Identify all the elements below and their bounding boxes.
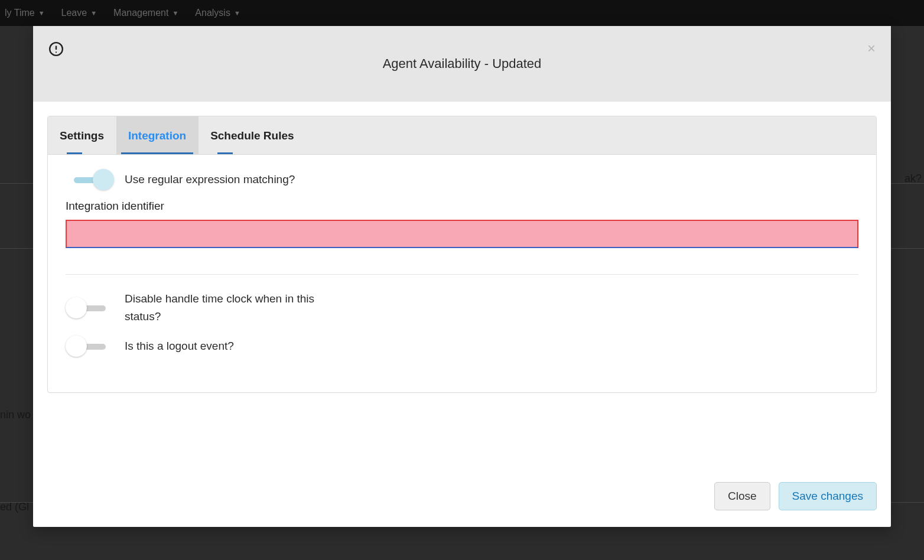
modal-header: Agent Availability - Updated × [33, 26, 891, 102]
toggle-knob [66, 297, 87, 318]
tab-underline [217, 152, 233, 154]
row-logout-event: Is this a logout event? [66, 336, 858, 357]
tab-content-integration: Use regular expression matching? Integra… [48, 155, 876, 392]
row-regex-toggle: Use regular expression matching? [66, 169, 858, 190]
logout-event-label: Is this a logout event? [125, 340, 234, 353]
tab-label: Integration [128, 129, 186, 142]
tab-label: Schedule Rules [210, 129, 294, 142]
tab-integration[interactable]: Integration [116, 116, 199, 154]
tabs: Settings Integration Schedule Rules [48, 116, 876, 155]
regex-toggle[interactable] [66, 169, 114, 190]
save-changes-button[interactable]: Save changes [779, 482, 877, 510]
integration-identifier-input[interactable] [66, 220, 858, 248]
close-icon[interactable]: × [867, 41, 876, 56]
modal-footer: Close Save changes [33, 468, 891, 527]
settings-panel: Settings Integration Schedule Rules [47, 116, 877, 393]
tab-underline [67, 152, 82, 154]
tab-underline [121, 152, 193, 154]
regex-toggle-label: Use regular expression matching? [125, 173, 295, 186]
svg-point-2 [56, 51, 57, 53]
toggle-knob [93, 169, 114, 190]
modal-body: Settings Integration Schedule Rules [33, 102, 891, 468]
tab-label: Settings [60, 129, 104, 142]
disable-clock-toggle[interactable] [66, 297, 114, 318]
alert-icon [48, 41, 64, 59]
tab-settings[interactable]: Settings [48, 116, 116, 154]
modal-title: Agent Availability - Updated [383, 56, 542, 71]
divider [66, 274, 858, 275]
disable-clock-label: Disable handle time clock when in this s… [125, 290, 349, 326]
modal-agent-availability: Agent Availability - Updated × Settings … [33, 26, 891, 527]
tab-schedule-rules[interactable]: Schedule Rules [199, 116, 307, 154]
row-disable-clock: Disable handle time clock when in this s… [66, 290, 858, 326]
close-button[interactable]: Close [714, 482, 770, 510]
logout-event-toggle[interactable] [66, 336, 114, 357]
toggle-knob [66, 336, 87, 357]
identifier-label: Integration identifier [66, 200, 858, 213]
